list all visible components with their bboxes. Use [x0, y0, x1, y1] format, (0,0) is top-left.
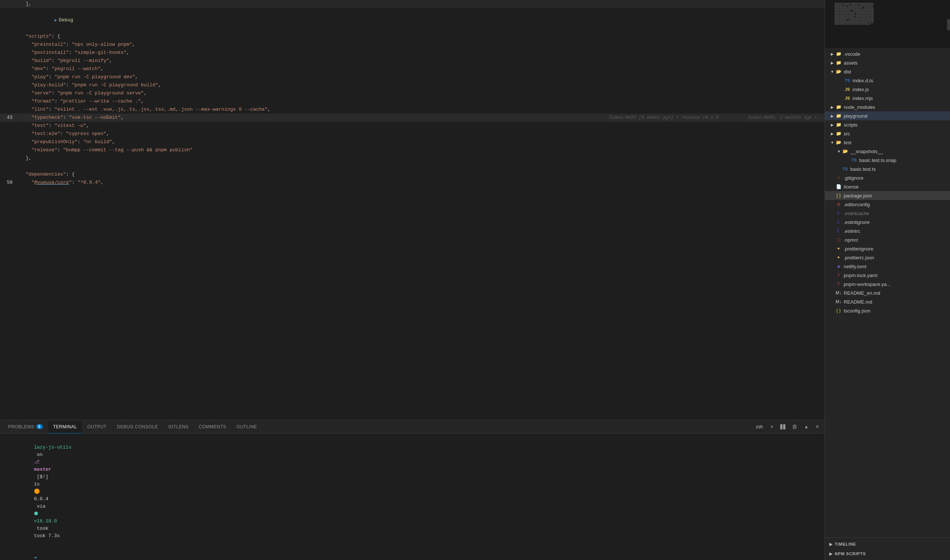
- chevron-right-icon: ▶: [829, 542, 833, 547]
- tree-item-index-js[interactable]: JS index.js: [825, 85, 950, 94]
- tree-label: .npmrc: [844, 237, 858, 243]
- tree-item-dist[interactable]: ▼ 📂 dist: [825, 67, 950, 76]
- line-content: "test": "vitest -u",: [18, 122, 825, 130]
- tree-item-eslintcache[interactable]: E .eslintcache: [825, 209, 950, 218]
- tab-debug-console[interactable]: DEBUG CONSOLE: [112, 420, 163, 434]
- tab-terminal[interactable]: TERMINAL: [48, 420, 82, 434]
- code-editor[interactable]: ], ▶Debug "scripts": {: [0, 0, 825, 420]
- tree-item-playground[interactable]: ▶ 📁 playground: [825, 111, 950, 120]
- tree-label: .eslintcache: [844, 211, 869, 216]
- maximize-panel-button[interactable]: ▲: [802, 423, 811, 431]
- line-content: "play:build": "pnpm run -C playground bu…: [18, 81, 825, 89]
- tree-item-basic-snap[interactable]: TS basic.test.ts.snap: [825, 156, 950, 165]
- npm-icon: ⬡: [835, 237, 842, 243]
- folder-icon: 📁: [835, 112, 842, 119]
- code-line: "test": "vitest -u",: [0, 122, 825, 130]
- tree-item-index-mjs[interactable]: JS index.mjs: [825, 94, 950, 103]
- tree-label: src: [844, 131, 850, 137]
- folder-icon: 📂: [842, 148, 848, 155]
- expand-arrow: [829, 184, 835, 189]
- tab-output[interactable]: OUTPUT: [82, 420, 111, 434]
- tree-item-netlify[interactable]: ◈ netlify.toml: [825, 262, 950, 271]
- term-on: on: [34, 452, 45, 457]
- line-content: ],: [18, 0, 825, 8]
- line-number: 43: [0, 114, 18, 122]
- tree-item-vscode[interactable]: ▶ 📁 .vscode: [825, 49, 950, 58]
- trash-icon: [792, 424, 797, 429]
- expand-arrow: [829, 175, 835, 181]
- code-line: "postinstall": "simple-git-hooks",: [0, 49, 825, 57]
- tree-item-scripts[interactable]: ▶ 📁 scripts: [825, 120, 950, 129]
- expand-arrow: [838, 86, 844, 92]
- tree-item-license[interactable]: 📄 license: [825, 182, 950, 191]
- npm-scripts-section[interactable]: ▶ NPM SCRIPTS: [825, 549, 950, 558]
- tree-item-prettierignore[interactable]: ✦ .prettierignore: [825, 244, 950, 253]
- terminal-panel: PROBLEMS 5 TERMINAL OUTPUT DEBUG CONSOLE…: [0, 420, 825, 560]
- tab-comments[interactable]: COMMENTS: [194, 420, 231, 434]
- expand-arrow: [829, 263, 835, 269]
- term-arrow: ➜: [34, 555, 40, 560]
- code-line: "format": "prettier --write --cache .",: [0, 97, 825, 106]
- tree-label: basic.test.ts: [850, 166, 876, 172]
- line-content: "lint": "eslint . --ext .vue,.js,.ts,.js…: [18, 106, 825, 114]
- term-pkg-icon: 🟠: [34, 489, 43, 494]
- tab-problems[interactable]: PROBLEMS 5: [3, 420, 48, 434]
- tree-label: package.json: [844, 193, 872, 198]
- code-line: [0, 162, 825, 171]
- js-file-icon: JS: [844, 86, 851, 92]
- tree-item-editorconfig[interactable]: ⚙ .editorconfig: [825, 200, 950, 209]
- tree-item-npmrc[interactable]: ⬡ .npmrc: [825, 235, 950, 244]
- tree-label: scripts: [844, 122, 858, 128]
- tree-item-tsconfig[interactable]: { } tsconfig.json: [825, 306, 950, 315]
- code-line: "test:e2e": "cypress open",: [0, 130, 825, 138]
- shell-selector[interactable]: zsh: [753, 424, 766, 429]
- tree-item-readme[interactable]: M↓ README.md: [825, 297, 950, 306]
- expand-arrow: [829, 210, 835, 216]
- tree-item-gitignore[interactable]: ⑂ .gitignore: [825, 173, 950, 182]
- expand-arrow: [829, 308, 835, 314]
- close-panel-button[interactable]: ✕: [813, 423, 822, 431]
- code-line: "play:build": "pnpm run -C playground bu…: [0, 81, 825, 89]
- term-node: v16.18.0: [34, 518, 57, 524]
- code-line: "lint": "eslint . --ext .vue,.js,.ts,.js…: [0, 106, 825, 114]
- tree-label: netlify.toml: [844, 264, 866, 269]
- tree-item-readme-en[interactable]: M↓ README_en.md: [825, 288, 950, 297]
- code-line: "release": "bumpp --commit --tag --push …: [0, 146, 825, 154]
- tree-item-eslintignore[interactable]: E .eslintignore: [825, 218, 950, 226]
- add-terminal-button[interactable]: +: [768, 422, 776, 431]
- tree-item-node-modules[interactable]: ▶ 📁 node_modules: [825, 103, 950, 111]
- line-content: "postinstall": "simple-git-hooks",: [18, 49, 825, 57]
- tree-item-assets[interactable]: ▶ 📁 assets: [825, 58, 950, 67]
- tree-label: basic.test.ts.snap: [859, 157, 896, 163]
- split-icon: [780, 424, 785, 429]
- tree-label: .editorconfig: [844, 202, 870, 207]
- tree-item-prettierrc-json[interactable]: ✦ .prettierrc.json: [825, 253, 950, 262]
- tree-label: README_en.md: [844, 290, 880, 296]
- tree-label: index.js: [853, 87, 869, 92]
- tree-label: playground: [844, 113, 867, 119]
- expand-arrow: ▼: [829, 140, 835, 145]
- tree-item-package-json[interactable]: { } package.json: [825, 191, 950, 200]
- code-line: },: [0, 154, 825, 162]
- tree-item-eslintrc[interactable]: E .eslintrc: [825, 226, 950, 235]
- split-terminal-button[interactable]: [778, 423, 788, 431]
- file-tree[interactable]: ▶ 📁 .vscode ▶ 📁 assets ▼ 📂 dist TS index…: [825, 48, 950, 537]
- terminal-content[interactable]: lazy-js-utils on ⎇ master [$!] is 🟠 0.0.…: [0, 434, 825, 560]
- tab-terminal-label: TERMINAL: [53, 424, 77, 429]
- tree-item-pnpm-workspace[interactable]: Y pnpm-workspace.ya...: [825, 280, 950, 288]
- tree-item-index-dts[interactable]: TS index.d.ts: [825, 76, 950, 85]
- tree-item-basic-test[interactable]: TS basic.test.ts: [825, 165, 950, 173]
- tree-item-test[interactable]: ▼ 📂 test: [825, 138, 950, 147]
- code-line: "build": "pkgroll --minify",: [0, 57, 825, 65]
- tab-outline-label: OUTLINE: [237, 424, 257, 429]
- tree-item-src[interactable]: ▶ 📁 src: [825, 129, 950, 138]
- tab-outline[interactable]: OUTLINE: [231, 420, 262, 434]
- tree-item-pnpm-lock[interactable]: Y pnpm-lock.yaml: [825, 271, 950, 280]
- timeline-section[interactable]: ▶ TIMELINE: [825, 539, 950, 549]
- tree-item-snapshots[interactable]: ▼ 📂 __snapshots__: [825, 147, 950, 156]
- kill-terminal-button[interactable]: [790, 423, 799, 431]
- tree-label: __snapshots__: [850, 149, 883, 154]
- blame-info-2: Simon-He95, 2 months ago •: [741, 114, 825, 122]
- tab-problems-label: PROBLEMS: [8, 424, 34, 429]
- tab-gitlens[interactable]: GITLENS: [163, 420, 194, 434]
